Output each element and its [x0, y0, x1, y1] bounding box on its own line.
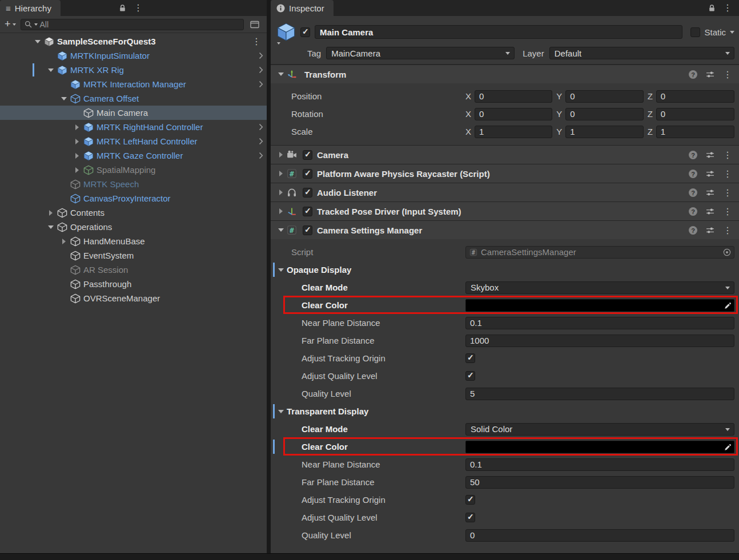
prefab-open-chevron[interactable] [259, 77, 263, 91]
kebab-menu-icon[interactable]: ⋮ [134, 3, 143, 13]
hierarchy-row-canvasproxyinteractor[interactable]: CanvasProxyInteractor [0, 191, 267, 206]
quality-level-field[interactable]: 0 [465, 529, 734, 542]
scale-x-field[interactable]: 1 [475, 126, 552, 138]
presets-icon[interactable] [706, 170, 714, 178]
kebab-menu-icon[interactable]: ⋮ [723, 170, 732, 179]
far-plane-distance-field[interactable]: 50 [465, 476, 734, 489]
rotation-z-field[interactable]: 0 [656, 108, 734, 120]
far-plane-distance-field[interactable]: 1000 [465, 335, 734, 347]
hierarchy-row-eventsystem[interactable]: EventSystem [0, 248, 267, 263]
clear-mode-dropdown[interactable]: Skybox [465, 281, 734, 294]
component-header-camera[interactable]: Camera ? ⋮ [271, 145, 739, 164]
foldout-triangle-open[interactable] [46, 223, 55, 232]
prefab-open-chevron[interactable] [259, 49, 263, 63]
kebab-menu-icon[interactable]: ⋮ [723, 3, 732, 13]
position-x-field[interactable]: 0 [475, 90, 552, 103]
section-opaque-display[interactable]: Opaque Display [271, 261, 739, 279]
adjust-tracking-origin-checkbox[interactable] [465, 353, 475, 363]
hierarchy-row-contents[interactable]: Contents [0, 206, 267, 220]
static-flags-dropdown-icon[interactable] [730, 31, 734, 34]
foldout-triangle-closed[interactable] [73, 137, 82, 146]
foldout-triangle-closed[interactable] [73, 123, 82, 132]
help-icon[interactable]: ? [689, 226, 697, 235]
gameobject-icon[interactable] [275, 21, 297, 43]
hierarchy-row-passthrough[interactable]: Passthrough [0, 277, 267, 291]
help-icon[interactable]: ? [689, 70, 697, 79]
foldout-triangle-open[interactable] [33, 37, 42, 46]
foldout-triangle-closed[interactable] [73, 166, 82, 175]
tab-hierarchy[interactable]: ≡ Hierarchy [0, 0, 61, 16]
hierarchy-row-camera-offset[interactable]: Camera Offset [0, 91, 267, 106]
eyedropper-icon[interactable] [724, 444, 732, 451]
layer-dropdown[interactable]: Default [549, 47, 734, 59]
hierarchy-row-ovrscenemanager[interactable]: OVRSceneManager [0, 291, 267, 305]
kebab-menu-icon[interactable]: ⋮ [723, 188, 732, 198]
help-icon[interactable]: ? [689, 170, 697, 178]
tag-dropdown[interactable]: MainCamera [326, 47, 515, 59]
kebab-menu-icon[interactable]: ⋮ [723, 207, 732, 216]
presets-icon[interactable] [706, 151, 714, 159]
hierarchy-row-samplesceneforquest3[interactable]: SampleSceneForQuest3⋮ [0, 34, 267, 49]
prefab-open-chevron[interactable] [259, 63, 263, 77]
adjust-quality-level-checkbox[interactable] [465, 371, 475, 381]
hierarchy-row-main-camera[interactable]: Main Camera [0, 106, 267, 120]
foldout-triangle-closed[interactable] [276, 150, 286, 159]
gameobject-active-checkbox[interactable] [300, 27, 310, 37]
scene-picker-icon[interactable] [248, 19, 261, 30]
foldout-triangle-closed[interactable] [46, 208, 55, 217]
object-picker-icon[interactable] [723, 248, 731, 256]
hierarchy-row-operations[interactable]: Operations [0, 220, 267, 234]
hierarchy-row-spatialmapping[interactable]: SpatialMapping [0, 163, 267, 177]
position-z-field[interactable]: 0 [656, 90, 734, 103]
hierarchy-row-mrtk-interaction-manager[interactable]: MRTK Interaction Manager [0, 77, 267, 91]
rotation-y-field[interactable]: 0 [565, 108, 643, 120]
foldout-triangle-open[interactable] [276, 265, 286, 275]
component-header-camera-settings-manager[interactable]: # Camera Settings Manager ? ⋮ [271, 220, 739, 239]
foldout-triangle-open[interactable] [276, 70, 286, 79]
scale-y-field[interactable]: 1 [565, 126, 643, 138]
hierarchy-row-mrtk-xr-rig[interactable]: MRTK XR Rig [0, 63, 267, 77]
section-transparent-display[interactable]: Transparent Display [271, 402, 739, 420]
component-header-platform-aware-physics-raycaster-script[interactable]: # Platform Aware Physics Raycaster (Scri… [271, 164, 739, 183]
static-checkbox[interactable] [690, 27, 700, 37]
help-icon[interactable]: ? [689, 151, 697, 159]
component-enabled-checkbox[interactable] [303, 207, 312, 216]
lock-icon[interactable] [119, 4, 126, 12]
presets-icon[interactable] [706, 189, 714, 196]
script-object-field[interactable]: # CameraSettingsManager [465, 246, 734, 259]
hierarchy-row-mrtk-gaze-controller[interactable]: MRTK Gaze Controller [0, 148, 267, 163]
rotation-x-field[interactable]: 0 [475, 108, 552, 120]
presets-icon[interactable] [706, 208, 714, 215]
hierarchy-row-ar-session[interactable]: AR Session [0, 263, 267, 277]
presets-icon[interactable] [706, 227, 714, 234]
component-header-transform[interactable]: Transform ? ⋮ [271, 65, 739, 83]
clear-color-swatch[interactable] [465, 299, 734, 312]
component-enabled-checkbox[interactable] [303, 169, 312, 179]
help-icon[interactable]: ? [689, 188, 697, 197]
prefab-open-chevron[interactable] [259, 134, 263, 148]
hierarchy-row-mrtk-speech[interactable]: MRTK Speech [0, 177, 267, 191]
prefab-open-chevron[interactable] [259, 120, 263, 134]
foldout-triangle-closed[interactable] [73, 151, 82, 160]
hierarchy-row-mrtkinputsimulator[interactable]: MRTKInputSimulator [0, 49, 267, 63]
component-enabled-checkbox[interactable] [303, 188, 312, 198]
eyedropper-icon[interactable] [724, 302, 732, 309]
presets-icon[interactable] [706, 71, 714, 78]
adjust-tracking-origin-checkbox[interactable] [465, 495, 475, 505]
foldout-triangle-closed[interactable] [276, 169, 286, 178]
near-plane-distance-field[interactable]: 0.1 [465, 317, 734, 329]
clear-mode-dropdown[interactable]: Solid Color [465, 423, 734, 436]
adjust-quality-level-checkbox[interactable] [465, 513, 475, 522]
foldout-triangle-open[interactable] [46, 66, 55, 75]
gameobject-name-field[interactable]: Main Camera [315, 25, 682, 39]
foldout-triangle-closed[interactable] [59, 237, 69, 246]
hierarchy-search-input[interactable]: All [21, 19, 244, 30]
near-plane-distance-field[interactable]: 0.1 [465, 458, 734, 471]
panel-resize-handle[interactable] [267, 0, 271, 553]
foldout-triangle-closed[interactable] [276, 207, 286, 216]
prefab-open-chevron[interactable] [259, 148, 263, 163]
create-object-button[interactable]: + [5, 18, 16, 30]
hierarchy-row-handmenubase[interactable]: HandMenuBase [0, 234, 267, 248]
lock-icon[interactable] [708, 4, 716, 12]
kebab-menu-icon[interactable]: ⋮ [723, 70, 732, 79]
